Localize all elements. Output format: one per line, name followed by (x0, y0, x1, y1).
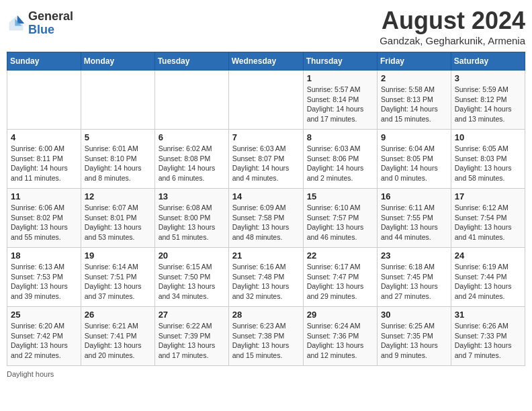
day-info: Sunrise: 6:11 AM Sunset: 7:55 PM Dayligh… (381, 203, 447, 242)
day-number: 15 (307, 191, 373, 201)
calendar-cell: 22Sunrise: 6:17 AM Sunset: 7:47 PM Dayli… (303, 248, 377, 307)
day-number: 23 (381, 250, 447, 261)
week-row-2: 4Sunrise: 6:00 AM Sunset: 8:11 PM Daylig… (7, 130, 525, 189)
day-info: Sunrise: 6:22 AM Sunset: 7:39 PM Dayligh… (159, 321, 225, 361)
day-of-week-thursday: Thursday (303, 52, 377, 71)
calendar-cell: 1Sunrise: 5:57 AM Sunset: 8:14 PM Daylig… (303, 71, 377, 130)
calendar-cell (154, 71, 228, 130)
day-number: 31 (455, 310, 521, 320)
day-number: 29 (307, 310, 373, 320)
calendar-cell: 3Sunrise: 5:59 AM Sunset: 8:12 PM Daylig… (451, 71, 525, 130)
day-number: 5 (85, 132, 151, 142)
day-info: Sunrise: 6:26 AM Sunset: 7:33 PM Dayligh… (455, 321, 521, 361)
calendar-cell: 24Sunrise: 6:19 AM Sunset: 7:44 PM Dayli… (451, 248, 525, 307)
logo-blue-text: Blue (28, 24, 73, 37)
day-of-week-saturday: Saturday (451, 52, 525, 71)
day-info: Sunrise: 6:25 AM Sunset: 7:35 PM Dayligh… (381, 321, 447, 361)
logo: General Blue (7, 10, 73, 37)
day-number: 9 (381, 132, 447, 142)
day-number: 3 (455, 73, 521, 83)
calendar-header: SundayMondayTuesdayWednesdayThursdayFrid… (7, 52, 525, 71)
logo-general-text: General (28, 10, 73, 24)
calendar-cell: 12Sunrise: 6:07 AM Sunset: 8:01 PM Dayli… (81, 189, 154, 248)
day-number: 14 (232, 191, 300, 201)
day-info: Sunrise: 6:13 AM Sunset: 7:53 PM Dayligh… (11, 262, 77, 302)
calendar-cell: 25Sunrise: 6:20 AM Sunset: 7:42 PM Dayli… (7, 307, 81, 366)
calendar-cell: 16Sunrise: 6:11 AM Sunset: 7:55 PM Dayli… (378, 189, 451, 248)
day-number: 30 (381, 310, 447, 320)
day-number: 22 (307, 250, 373, 261)
day-info: Sunrise: 6:03 AM Sunset: 8:06 PM Dayligh… (307, 144, 373, 183)
day-number: 27 (159, 310, 225, 320)
calendar-cell: 13Sunrise: 6:08 AM Sunset: 8:00 PM Dayli… (154, 189, 228, 248)
calendar: SundayMondayTuesdayWednesdayThursdayFrid… (7, 52, 525, 366)
calendar-cell: 20Sunrise: 6:15 AM Sunset: 7:50 PM Dayli… (154, 248, 228, 307)
calendar-cell: 19Sunrise: 6:14 AM Sunset: 7:51 PM Dayli… (81, 248, 154, 307)
day-info: Sunrise: 5:59 AM Sunset: 8:12 PM Dayligh… (455, 85, 521, 124)
calendar-cell: 26Sunrise: 6:21 AM Sunset: 7:41 PM Dayli… (81, 307, 154, 366)
calendar-cell: 27Sunrise: 6:22 AM Sunset: 7:39 PM Dayli… (154, 307, 228, 366)
calendar-cell: 10Sunrise: 6:05 AM Sunset: 8:03 PM Dayli… (451, 130, 525, 189)
day-info: Sunrise: 6:10 AM Sunset: 7:57 PM Dayligh… (307, 203, 373, 242)
day-of-week-wednesday: Wednesday (228, 52, 303, 71)
calendar-cell: 31Sunrise: 6:26 AM Sunset: 7:33 PM Dayli… (451, 307, 525, 366)
location: Gandzak, Gegharkunik, Armenia (380, 35, 525, 46)
calendar-cell: 17Sunrise: 6:12 AM Sunset: 7:54 PM Dayli… (451, 189, 525, 248)
week-row-3: 11Sunrise: 6:06 AM Sunset: 8:02 PM Dayli… (7, 189, 525, 248)
day-info: Sunrise: 6:20 AM Sunset: 7:42 PM Dayligh… (11, 321, 77, 361)
day-number: 8 (307, 132, 373, 142)
days-of-week-row: SundayMondayTuesdayWednesdayThursdayFrid… (7, 52, 525, 71)
day-info: Sunrise: 6:00 AM Sunset: 8:11 PM Dayligh… (11, 144, 77, 183)
week-row-5: 25Sunrise: 6:20 AM Sunset: 7:42 PM Dayli… (7, 307, 525, 366)
title-area: August 2024 Gandzak, Gegharkunik, Armeni… (380, 7, 525, 46)
calendar-cell: 7Sunrise: 6:03 AM Sunset: 8:07 PM Daylig… (228, 130, 303, 189)
day-info: Sunrise: 6:12 AM Sunset: 7:54 PM Dayligh… (455, 203, 521, 242)
day-of-week-sunday: Sunday (7, 52, 81, 71)
day-number: 24 (455, 250, 521, 261)
day-number: 1 (307, 73, 373, 83)
day-info: Sunrise: 6:15 AM Sunset: 7:50 PM Dayligh… (159, 262, 225, 302)
day-number: 7 (232, 132, 300, 142)
day-number: 16 (381, 191, 447, 201)
day-info: Sunrise: 6:23 AM Sunset: 7:38 PM Dayligh… (232, 321, 300, 361)
day-number: 6 (159, 132, 225, 142)
calendar-cell: 11Sunrise: 6:06 AM Sunset: 8:02 PM Dayli… (7, 189, 81, 248)
calendar-cell: 29Sunrise: 6:24 AM Sunset: 7:36 PM Dayli… (303, 307, 377, 366)
footer-note: Daylight hours (7, 370, 525, 378)
calendar-cell: 2Sunrise: 5:58 AM Sunset: 8:13 PM Daylig… (378, 71, 451, 130)
day-info: Sunrise: 6:01 AM Sunset: 8:10 PM Dayligh… (85, 144, 151, 183)
footer-note-text: Daylight hours (7, 370, 54, 378)
day-number: 18 (11, 250, 77, 261)
day-info: Sunrise: 6:18 AM Sunset: 7:45 PM Dayligh… (381, 262, 447, 302)
day-number: 20 (159, 250, 225, 261)
day-number: 26 (85, 310, 151, 320)
day-number: 4 (11, 132, 77, 142)
day-number: 2 (381, 73, 447, 83)
week-row-1: 1Sunrise: 5:57 AM Sunset: 8:14 PM Daylig… (7, 71, 525, 130)
day-info: Sunrise: 6:24 AM Sunset: 7:36 PM Dayligh… (307, 321, 373, 361)
day-number: 17 (455, 191, 521, 201)
day-info: Sunrise: 6:14 AM Sunset: 7:51 PM Dayligh… (85, 262, 151, 302)
day-info: Sunrise: 6:05 AM Sunset: 8:03 PM Dayligh… (455, 144, 521, 183)
day-info: Sunrise: 6:02 AM Sunset: 8:08 PM Dayligh… (159, 144, 225, 183)
calendar-cell: 23Sunrise: 6:18 AM Sunset: 7:45 PM Dayli… (378, 248, 451, 307)
day-info: Sunrise: 5:57 AM Sunset: 8:14 PM Dayligh… (307, 85, 373, 124)
calendar-cell: 14Sunrise: 6:09 AM Sunset: 7:58 PM Dayli… (228, 189, 303, 248)
day-info: Sunrise: 6:09 AM Sunset: 7:58 PM Dayligh… (232, 203, 300, 242)
day-number: 25 (11, 310, 77, 320)
month-title: August 2024 (380, 7, 525, 35)
calendar-cell: 8Sunrise: 6:03 AM Sunset: 8:06 PM Daylig… (303, 130, 377, 189)
calendar-cell: 18Sunrise: 6:13 AM Sunset: 7:53 PM Dayli… (7, 248, 81, 307)
calendar-cell: 30Sunrise: 6:25 AM Sunset: 7:35 PM Dayli… (378, 307, 451, 366)
day-info: Sunrise: 6:16 AM Sunset: 7:48 PM Dayligh… (232, 262, 300, 302)
day-info: Sunrise: 5:58 AM Sunset: 8:13 PM Dayligh… (381, 85, 447, 124)
day-number: 19 (85, 250, 151, 261)
header: General Blue August 2024 Gandzak, Geghar… (7, 7, 525, 46)
day-number: 12 (85, 191, 151, 201)
day-number: 10 (455, 132, 521, 142)
calendar-cell (228, 71, 303, 130)
calendar-cell: 6Sunrise: 6:02 AM Sunset: 8:08 PM Daylig… (154, 130, 228, 189)
calendar-cell: 4Sunrise: 6:00 AM Sunset: 8:11 PM Daylig… (7, 130, 81, 189)
day-info: Sunrise: 6:03 AM Sunset: 8:07 PM Dayligh… (232, 144, 300, 183)
calendar-cell: 28Sunrise: 6:23 AM Sunset: 7:38 PM Dayli… (228, 307, 303, 366)
